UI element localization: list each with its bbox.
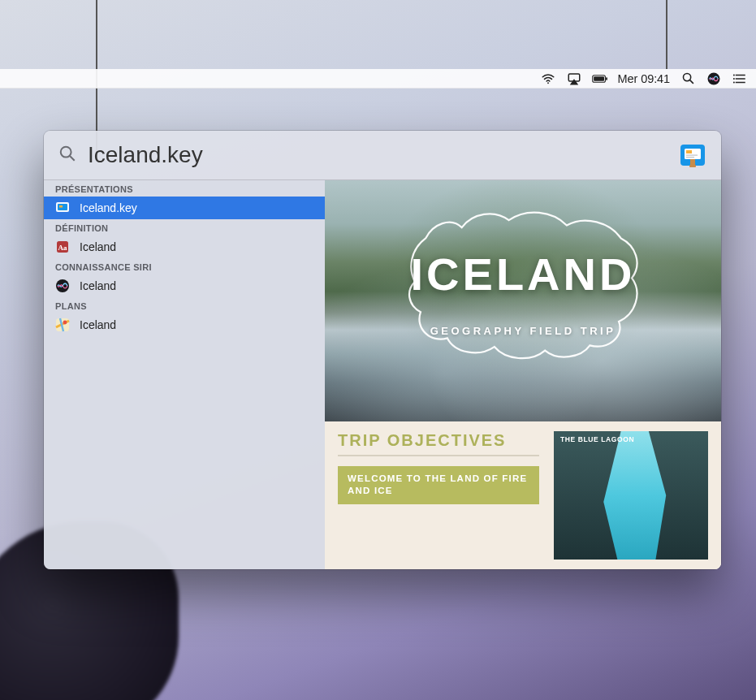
svg-text:Aa: Aa bbox=[58, 244, 67, 252]
spotlight-search-input[interactable] bbox=[88, 142, 667, 168]
svg-rect-21 bbox=[686, 157, 694, 158]
result-item-iceland-key[interactable]: Iceland.key bbox=[44, 197, 325, 219]
results-header-plans: PLANS bbox=[44, 297, 325, 313]
svg-rect-22 bbox=[690, 159, 695, 166]
svg-point-6 bbox=[683, 73, 690, 80]
spotlight-search-bar bbox=[44, 131, 721, 179]
svg-rect-4 bbox=[594, 76, 604, 81]
preview-slide-2: TRIP OBJECTIVES WELCOME TO THE LAND OF F… bbox=[325, 421, 721, 569]
svg-line-16 bbox=[70, 156, 75, 161]
spotlight-icon[interactable] bbox=[680, 71, 696, 87]
result-item-maps[interactable]: Iceland bbox=[44, 313, 325, 336]
siri-icon[interactable] bbox=[706, 71, 722, 87]
preview-pane: ICELAND GEOGRAPHY FIELD TRIP TRIP OBJECT… bbox=[325, 180, 721, 569]
callout-line-right bbox=[666, 0, 667, 69]
siri-icon bbox=[55, 279, 70, 293]
svg-line-7 bbox=[689, 80, 693, 84]
svg-rect-19 bbox=[686, 150, 692, 153]
welcome-box: WELCOME TO THE LAND OF FIRE AND ICE bbox=[338, 466, 539, 504]
svg-point-31 bbox=[63, 321, 67, 325]
svg-point-0 bbox=[547, 82, 549, 84]
spotlight-body: PRÉSENTATIONS Iceland.key DÉFINITION Aa bbox=[44, 179, 721, 569]
menubar: Mer 09:41 bbox=[0, 69, 756, 89]
dictionary-icon: Aa bbox=[55, 240, 70, 254]
preview-slide-1: ICELAND GEOGRAPHY FIELD TRIP bbox=[325, 180, 721, 421]
result-label: Iceland bbox=[80, 240, 116, 253]
search-icon bbox=[58, 145, 76, 166]
results-header-presentations: PRÉSENTATIONS bbox=[44, 180, 325, 197]
maps-icon bbox=[55, 318, 70, 332]
result-label: Iceland bbox=[80, 279, 116, 292]
spotlight-window: PRÉSENTATIONS Iceland.key DÉFINITION Aa bbox=[44, 131, 721, 569]
svg-point-13 bbox=[733, 78, 735, 80]
slide1-subtitle: GEOGRAPHY FIELD TRIP bbox=[325, 325, 721, 337]
svg-point-15 bbox=[61, 147, 71, 158]
battery-icon[interactable] bbox=[592, 71, 608, 87]
svg-point-14 bbox=[733, 81, 735, 83]
result-item-definition[interactable]: Aa Iceland bbox=[44, 235, 325, 258]
tophit-app-icon bbox=[679, 141, 706, 169]
svg-rect-23 bbox=[689, 165, 696, 167]
result-item-siri-knowledge[interactable]: Iceland bbox=[44, 274, 325, 297]
keynote-doc-icon bbox=[55, 201, 70, 215]
objectives-title: TRIP OBJECTIVES bbox=[338, 431, 539, 456]
notification-center-icon[interactable] bbox=[732, 71, 748, 87]
result-label: Iceland bbox=[80, 318, 116, 331]
svg-point-12 bbox=[733, 74, 735, 76]
spotlight-results: PRÉSENTATIONS Iceland.key DÉFINITION Aa bbox=[44, 180, 325, 569]
results-header-definition: DÉFINITION bbox=[44, 219, 325, 235]
result-label: Iceland.key bbox=[80, 201, 137, 214]
lagoon-thumbnail: THE BLUE LAGOON bbox=[554, 431, 708, 560]
svg-rect-26 bbox=[59, 205, 63, 208]
menubar-datetime[interactable]: Mer 09:41 bbox=[618, 72, 670, 85]
wifi-icon[interactable] bbox=[540, 71, 556, 87]
airplay-icon[interactable] bbox=[566, 71, 582, 87]
slide1-title: ICELAND bbox=[325, 248, 721, 300]
svg-rect-20 bbox=[686, 155, 698, 156]
results-header-siri: CONNAISSANCE SIRI bbox=[44, 258, 325, 274]
lagoon-label: THE BLUE LAGOON bbox=[560, 436, 634, 443]
svg-rect-5 bbox=[606, 77, 607, 80]
